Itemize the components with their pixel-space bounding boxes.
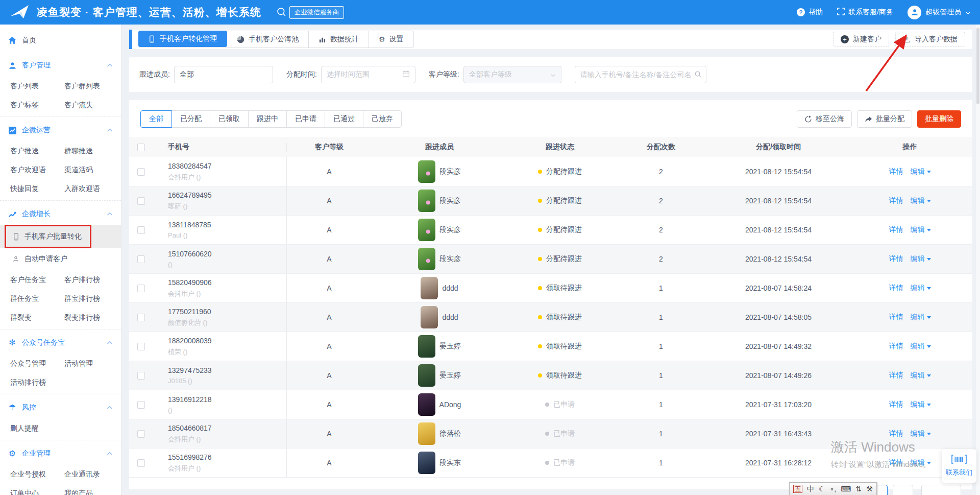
sidebar-item-客户欢迎语[interactable]: 客户欢迎语 bbox=[10, 160, 64, 179]
detail-link[interactable]: 详情 bbox=[889, 313, 903, 322]
brand[interactable]: 凌鱼裂变 · 客户管理、运营、活粉、增长系统 bbox=[9, 4, 261, 21]
ime-key-2[interactable]: ☾ bbox=[819, 485, 825, 492]
sidebar-item-客户任务宝[interactable]: 客户任务宝 bbox=[10, 270, 64, 289]
edit-dropdown[interactable]: 编辑 bbox=[911, 458, 931, 467]
sidebar-item-订单中心[interactable]: 订单中心 bbox=[10, 484, 64, 495]
import-customer-data-button[interactable]: 导入客户数据 bbox=[895, 32, 965, 47]
ime-key-3[interactable]: ∘, bbox=[830, 485, 837, 492]
detail-link[interactable]: 详情 bbox=[889, 342, 903, 351]
edit-dropdown[interactable]: 编辑 bbox=[911, 342, 931, 351]
status-tab-已申请[interactable]: 已申请 bbox=[286, 110, 325, 128]
page-size-select[interactable] bbox=[921, 485, 961, 495]
sidebar-item-删人提醒[interactable]: 删人提醒 bbox=[10, 419, 64, 438]
user-menu[interactable]: 超级管理员 bbox=[908, 6, 971, 19]
help-link[interactable]: ? 帮助 bbox=[797, 8, 823, 17]
edit-dropdown[interactable]: 编辑 bbox=[911, 167, 931, 176]
detail-link[interactable]: 详情 bbox=[889, 254, 903, 264]
customer-level-select[interactable]: 全部客户等级 bbox=[463, 66, 561, 83]
tab-数据统计[interactable]: 数据统计 bbox=[309, 31, 369, 48]
sidebar-item-手机客户批量转化[interactable]: 手机客户批量转化 bbox=[0, 225, 121, 248]
sidebar-item-客户标签[interactable]: 客户标签 bbox=[10, 96, 64, 114]
contact-us-widget[interactable]: 联系我们 bbox=[942, 449, 976, 483]
detail-link[interactable]: 详情 bbox=[889, 196, 903, 205]
sidebar-item-企业通讯录[interactable]: 企业通讯录 bbox=[64, 465, 121, 484]
ime-key-0[interactable]: 五 bbox=[793, 485, 802, 493]
row-checkbox[interactable] bbox=[137, 372, 145, 380]
status-tab-己放弃[interactable]: 己放弃 bbox=[363, 110, 402, 128]
detail-link[interactable]: 详情 bbox=[889, 167, 903, 176]
sidebar-section-公众号任务宝[interactable]: ✻ 公众号任务宝 bbox=[0, 332, 121, 354]
tab-设置[interactable]: ⚙ 设置 bbox=[369, 31, 413, 48]
sidebar-item-客户流失[interactable]: 客户流失 bbox=[64, 96, 121, 114]
edit-dropdown[interactable]: 编辑 bbox=[911, 400, 931, 409]
ime-key-6[interactable]: ⚒ bbox=[866, 485, 873, 492]
row-checkbox[interactable] bbox=[137, 343, 145, 350]
new-customer-button[interactable]: + 新建客户 bbox=[833, 32, 889, 47]
sidebar-item-企业号授权[interactable]: 企业号授权 bbox=[10, 465, 64, 484]
sidebar-item-活动排行榜[interactable]: 活动排行榜 bbox=[10, 373, 64, 392]
status-tab-已领取[interactable]: 已领取 bbox=[210, 110, 249, 128]
sidebar-section-客户管理[interactable]: 客户管理 bbox=[0, 54, 121, 77]
row-checkbox[interactable] bbox=[137, 285, 145, 292]
detail-link[interactable]: 详情 bbox=[889, 400, 903, 409]
sidebar-item-渠道活码[interactable]: 渠道活码 bbox=[64, 160, 121, 179]
row-checkbox[interactable] bbox=[137, 459, 145, 467]
sidebar-item-群任务宝[interactable]: 群任务宝 bbox=[10, 289, 64, 308]
ime-key-4[interactable]: ⌨ bbox=[841, 485, 851, 492]
keyword-search-input[interactable] bbox=[575, 66, 706, 83]
row-checkbox[interactable] bbox=[137, 314, 145, 321]
pagination-next-button[interactable] bbox=[893, 485, 913, 495]
sidebar-section-企业管理[interactable]: ⚙ 企业管理 bbox=[0, 442, 121, 465]
batch-delete-button[interactable]: 批量删除 bbox=[917, 110, 961, 128]
sidebar-item-活动管理[interactable]: 活动管理 bbox=[64, 354, 121, 373]
sidebar-item-客户排行榜[interactable]: 客户排行榜 bbox=[64, 270, 121, 289]
edit-dropdown[interactable]: 编辑 bbox=[911, 429, 931, 438]
select-all-checkbox[interactable] bbox=[137, 144, 145, 151]
scrollbar[interactable] bbox=[976, 25, 980, 495]
batch-assign-button[interactable]: 批量分配 bbox=[857, 110, 912, 128]
status-tab-已分配[interactable]: 已分配 bbox=[172, 110, 210, 128]
detail-link[interactable]: 详情 bbox=[889, 284, 903, 293]
ime-language-bar[interactable]: 五中☾∘,⌨⇅⚒ bbox=[789, 482, 877, 495]
row-checkbox[interactable] bbox=[137, 197, 145, 205]
sidebar-item-我的产品[interactable]: 我的产品 bbox=[64, 484, 121, 495]
edit-dropdown[interactable]: 编辑 bbox=[911, 371, 931, 380]
search-icon[interactable] bbox=[694, 70, 702, 80]
detail-link[interactable]: 详情 bbox=[889, 458, 903, 467]
tab-手机客户转化管理[interactable]: 手机客户转化管理 bbox=[138, 31, 227, 47]
tab-手机客户公海池[interactable]: 手机客户公海池 bbox=[227, 31, 309, 48]
sidebar-section-企微增长[interactable]: 企微增长 bbox=[0, 203, 121, 225]
sidebar-item-快捷回复[interactable]: 快捷回复 bbox=[10, 179, 64, 198]
sidebar-item-公众号管理[interactable]: 公众号管理 bbox=[10, 354, 64, 373]
sidebar-item-裂变排行榜[interactable]: 裂变排行榜 bbox=[64, 308, 121, 327]
detail-link[interactable]: 详情 bbox=[889, 225, 903, 234]
sidebar-item-群聊推送[interactable]: 群聊推送 bbox=[64, 142, 121, 160]
row-checkbox[interactable] bbox=[137, 401, 145, 409]
edit-dropdown[interactable]: 编辑 bbox=[911, 225, 931, 234]
status-tab-全部[interactable]: 全部 bbox=[140, 110, 172, 128]
edit-dropdown[interactable]: 编辑 bbox=[911, 196, 931, 205]
sidebar-item-客户群列表[interactable]: 客户群列表 bbox=[64, 77, 121, 96]
move-to-sea-button[interactable]: 移至公海 bbox=[797, 110, 852, 128]
detail-link[interactable]: 详情 bbox=[889, 429, 903, 438]
assign-time-input[interactable]: 选择时间范围 bbox=[321, 66, 415, 83]
sidebar-section-企微运营[interactable]: 企微运营 bbox=[0, 119, 121, 142]
sidebar-item-入群欢迎语[interactable]: 入群欢迎语 bbox=[64, 179, 121, 198]
ime-key-1[interactable]: 中 bbox=[807, 485, 814, 492]
edit-dropdown[interactable]: 编辑 bbox=[911, 313, 931, 322]
sidebar-item-客户推送[interactable]: 客户推送 bbox=[10, 142, 64, 160]
sidebar-item-群裂变[interactable]: 群裂变 bbox=[10, 308, 64, 327]
follow-member-input[interactable] bbox=[174, 66, 273, 83]
detail-link[interactable]: 详情 bbox=[889, 371, 903, 380]
edit-dropdown[interactable]: 编辑 bbox=[911, 254, 931, 264]
sidebar-item-群宝排行榜[interactable]: 群宝排行榜 bbox=[64, 289, 121, 308]
sidebar-item-自动申请客户[interactable]: 自动申请客户 bbox=[0, 248, 121, 270]
scrollbar-thumb[interactable] bbox=[976, 28, 979, 104]
edit-dropdown[interactable]: 编辑 bbox=[911, 284, 931, 293]
row-checkbox[interactable] bbox=[137, 168, 145, 176]
contact-service-link[interactable]: 联系客服/商务 bbox=[837, 8, 893, 17]
row-checkbox[interactable] bbox=[137, 255, 145, 263]
ime-key-5[interactable]: ⇅ bbox=[855, 485, 862, 492]
row-checkbox[interactable] bbox=[137, 430, 145, 438]
sidebar-item-客户列表[interactable]: 客户列表 bbox=[10, 77, 64, 96]
